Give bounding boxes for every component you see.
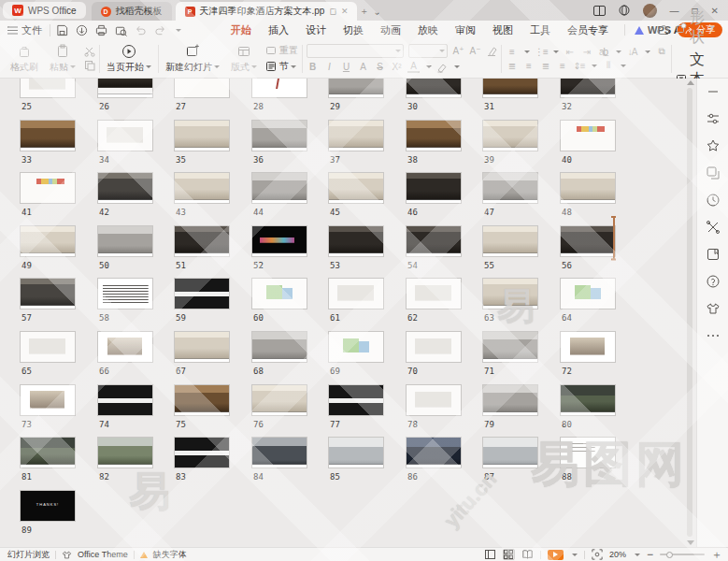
slide-thumbnail[interactable] (483, 332, 537, 362)
font-size-select[interactable] (408, 44, 448, 58)
split-view-icon[interactable] (593, 6, 606, 16)
bold-button[interactable]: B (307, 62, 319, 72)
slide-sorter-view[interactable]: 2526272829303132333435363738394041424344… (0, 79, 696, 547)
slide-thumbnail[interactable] (561, 385, 615, 415)
align-left-button[interactable]: ≣ (506, 61, 518, 71)
tab-member[interactable]: 会员专享 (559, 22, 617, 39)
vertical-scrollbar[interactable] (686, 80, 693, 545)
slide-thumbnail[interactable] (21, 438, 75, 468)
slide-thumbnail[interactable] (329, 79, 383, 97)
convert-smartart-button[interactable]: ⧉ (655, 46, 667, 57)
print-icon[interactable] (95, 24, 107, 36)
bullet-list-button[interactable]: ≡ (506, 47, 518, 57)
slide-thumbnail[interactable] (175, 121, 229, 151)
slide-thumbnail[interactable] (407, 385, 461, 415)
tab-review[interactable]: 审阅 (447, 22, 484, 39)
tab-tools[interactable]: 工具 (521, 22, 559, 39)
slide-thumbnail[interactable] (561, 79, 615, 97)
cut-button[interactable] (84, 46, 95, 57)
font-family-select[interactable] (307, 44, 404, 58)
slide-thumbnail[interactable] (98, 332, 152, 362)
undo-icon[interactable] (135, 24, 147, 36)
decrease-indent-button[interactable]: ⇤ (564, 47, 576, 57)
missing-font-label[interactable]: 缺失字体 (153, 549, 187, 561)
slide-thumbnail[interactable] (483, 385, 537, 415)
new-slide-button[interactable]: 新建幻灯片 (163, 44, 222, 74)
slide-thumbnail[interactable] (483, 121, 537, 151)
zoom-percentage[interactable]: 20% (609, 550, 626, 559)
slide-thumbnail[interactable] (21, 79, 75, 97)
slide-thumbnail[interactable] (175, 438, 229, 468)
more-options-icon[interactable] (706, 328, 721, 343)
zoom-slider-knob[interactable] (666, 552, 673, 558)
slide-thumbnail[interactable] (561, 226, 615, 256)
play-options-chevron-icon[interactable] (572, 554, 578, 556)
slide-thumbnail[interactable] (98, 279, 152, 309)
slide-thumbnail[interactable] (98, 79, 152, 97)
close-tab-icon[interactable]: ✕ (341, 7, 349, 16)
reset-slide-button[interactable]: 重置 (265, 44, 298, 57)
normal-view-button[interactable] (484, 549, 496, 560)
slide-thumbnail[interactable] (98, 173, 152, 203)
slide-thumbnail[interactable] (252, 173, 307, 203)
slide-thumbnail[interactable] (21, 332, 75, 362)
user-avatar[interactable] (643, 4, 657, 18)
toolbox-icon[interactable] (706, 220, 721, 235)
slide-thumbnail[interactable] (561, 279, 615, 309)
paste-button[interactable]: 粘贴 (47, 44, 79, 74)
tab-transition[interactable]: 切换 (335, 22, 372, 39)
asset-library-icon[interactable] (706, 247, 721, 262)
slide-thumbnail[interactable] (175, 79, 229, 97)
increase-font-button[interactable]: A⁺ (452, 46, 464, 56)
font-color-button[interactable]: A (407, 61, 420, 73)
slide-thumbnail[interactable] (252, 279, 307, 309)
line-spacing-button[interactable]: ⇕≡ (573, 61, 585, 71)
skin-theme-icon[interactable] (706, 301, 721, 316)
export-icon[interactable] (76, 24, 88, 36)
slide-sorter-view-button[interactable] (503, 549, 515, 560)
slide-thumbnail[interactable] (407, 438, 461, 468)
globe-icon[interactable] (619, 5, 630, 16)
save-icon[interactable] (56, 24, 68, 36)
slide-thumbnail[interactable] (329, 279, 383, 309)
zoom-slider[interactable] (660, 554, 705, 555)
docer-tab[interactable]: D 找稻壳模板 (92, 2, 172, 21)
strikethrough-button[interactable]: S (374, 62, 386, 72)
slide-layout-button[interactable]: 版式 (228, 44, 260, 74)
slide-thumbnail[interactable] (561, 121, 615, 151)
slide-thumbnail[interactable] (329, 226, 383, 256)
align-center-button[interactable]: ≡ (522, 61, 535, 71)
slide-thumbnail[interactable] (98, 385, 152, 415)
favorites-star-icon[interactable] (706, 138, 721, 153)
scroll-down-arrow-icon[interactable] (687, 540, 694, 545)
clear-format-icon[interactable] (486, 46, 497, 57)
tab-view[interactable]: 视图 (484, 22, 521, 39)
copy-button[interactable] (84, 60, 95, 71)
slide-thumbnail[interactable] (407, 173, 461, 203)
new-tab-button[interactable]: ＋ (357, 5, 370, 18)
history-version-icon[interactable] (706, 193, 721, 208)
char-shading-button[interactable]: A (357, 62, 369, 72)
slide-thumbnail[interactable] (329, 438, 383, 468)
print-preview-icon[interactable] (115, 24, 127, 36)
numbered-list-button[interactable]: ⋮≡ (535, 47, 547, 57)
slide-thumbnail[interactable] (175, 173, 229, 203)
slide-thumbnail[interactable] (329, 385, 383, 415)
slide-thumbnail[interactable] (252, 385, 307, 415)
slide-thumbnail[interactable] (21, 226, 75, 256)
slide-thumbnail[interactable] (252, 226, 307, 256)
italic-button[interactable]: I (323, 62, 335, 72)
file-menu[interactable]: 文件 (0, 23, 50, 37)
tab-slideshow[interactable]: 放映 (409, 22, 447, 39)
play-from-current-button[interactable]: 当页开始 (104, 44, 154, 74)
slide-thumbnail[interactable] (483, 79, 537, 97)
slide-thumbnail[interactable] (407, 226, 461, 256)
slide-thumbnail[interactable] (175, 332, 229, 362)
quickbar-more-chevron-icon[interactable] (176, 29, 181, 32)
collapse-sidebar-icon[interactable] (706, 84, 721, 99)
tab-insert[interactable]: 插入 (260, 22, 297, 39)
increase-indent-button[interactable]: ⇥ (580, 47, 592, 57)
underline-button[interactable]: U (340, 62, 352, 72)
object-properties-icon[interactable] (706, 111, 721, 126)
slide-thumbnail[interactable] (252, 332, 307, 362)
